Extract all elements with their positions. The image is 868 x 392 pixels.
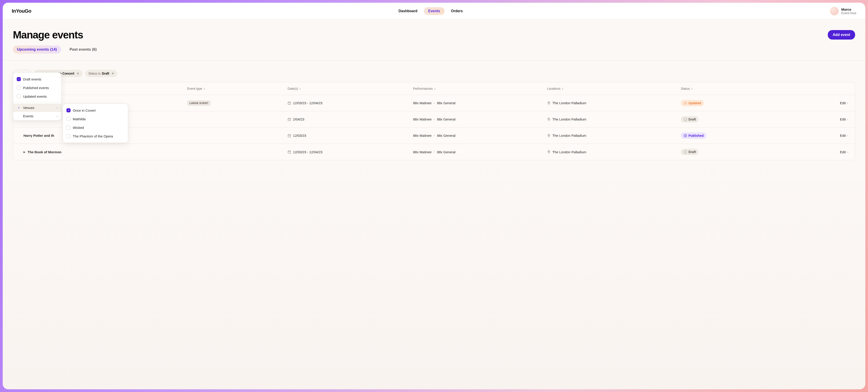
perf-a: 88x Matinee	[413, 117, 432, 121]
filter-chip-status[interactable]: Status is Draft ✕	[85, 70, 117, 77]
checkbox-checked-icon[interactable]: ✓	[17, 77, 21, 81]
events-table: Name▲▼ Event type▲▼ Date(s)▲▼ Performanc…	[13, 82, 855, 160]
status-badge: Draft	[681, 116, 699, 123]
col-perf[interactable]: Performances▲▼	[413, 87, 547, 90]
table-row[interactable]: ▶The Book of Mormon12/03/23 - 12/04/2388…	[13, 144, 855, 160]
option-label: Wicked	[73, 126, 84, 129]
col-label: Status	[681, 87, 690, 90]
svg-rect-12	[288, 134, 291, 137]
option-label: The Phantom of the Opera	[73, 134, 113, 138]
add-event-button[interactable]: Add event	[828, 30, 855, 39]
edit-button[interactable]: Edit›	[781, 117, 848, 121]
col-dates[interactable]: Date(s)▲▼	[287, 87, 413, 90]
chevron-right-icon: ›	[57, 114, 58, 118]
perf-a: 88x Matinee	[413, 133, 432, 138]
filter-row: Filter Event is Once in Concert ✕ Status…	[13, 70, 855, 77]
location-text: The London Palladium	[553, 101, 586, 105]
table-row[interactable]: ▶LARGE EVENT12/03/23 - 12/04/2388x Matin…	[13, 95, 855, 111]
tab-upcoming[interactable]: Upcoming events (14)	[13, 46, 61, 54]
col-type[interactable]: Event type▲▼	[187, 87, 287, 90]
chevron-right-icon: ›	[847, 101, 848, 105]
filter-option-published[interactable]: Published events	[13, 83, 61, 92]
expand-icon[interactable]: ▶	[24, 151, 25, 153]
date-text: 12/03/23 - 12/04/23	[293, 150, 322, 154]
cell-performances: 88x Matinee88x General	[413, 150, 547, 154]
cell-location: The London Palladium	[547, 133, 681, 138]
calendar-icon	[287, 134, 291, 138]
cell-type: LARGE EVENT	[187, 100, 287, 106]
cell-location: The London Palladium	[547, 117, 681, 121]
cell-dates: 12/03/23	[287, 133, 413, 138]
option-label: Mathilda	[73, 117, 86, 121]
user-role: Event host	[841, 11, 856, 15]
edit-button[interactable]: Edit›	[781, 133, 848, 138]
svg-point-4	[548, 102, 549, 103]
perf-a: 88x Matinee	[413, 150, 432, 154]
option-label: Published events	[23, 86, 49, 90]
svg-point-23	[684, 151, 687, 153]
table-row[interactable]: Harry Potter and th12/03/2388x Matinee88…	[13, 127, 855, 144]
svg-point-16	[548, 135, 549, 135]
brand-logo: InYouGo	[12, 8, 31, 14]
cell-name: ▶The Book of Mormon	[20, 150, 187, 154]
table-row[interactable]: 2/04/2388x Matinee88x GeneralThe London …	[13, 111, 855, 127]
cell-performances: 88x Matinee88x General	[413, 133, 547, 138]
event-name: Harry Potter and th	[24, 133, 54, 138]
checkbox-icon[interactable]	[66, 134, 70, 138]
status-text: Draft	[688, 150, 696, 154]
location-text: The London Palladium	[553, 117, 586, 121]
calendar-icon	[287, 118, 291, 121]
edit-button[interactable]: Edit›	[781, 101, 848, 105]
perf-b: 88x General	[437, 101, 456, 105]
cell-dates: 12/03/23 - 12/04/23	[287, 150, 413, 154]
col-label: Date(s)	[287, 87, 298, 90]
svg-point-11	[684, 118, 687, 121]
chevron-right-icon: ›	[57, 106, 58, 110]
sort-icon: ▲▼	[691, 88, 693, 90]
nav-events[interactable]: Events	[424, 7, 445, 15]
sub-option-phantom[interactable]: The Phantom of the Opera	[63, 132, 128, 141]
svg-rect-6	[288, 118, 291, 121]
col-status[interactable]: Status▲▼	[681, 87, 781, 90]
edit-label: Edit	[840, 150, 846, 154]
col-loc[interactable]: Locations▲▼	[547, 87, 681, 90]
close-icon[interactable]: ✕	[76, 72, 79, 75]
svg-rect-0	[288, 102, 291, 104]
checkbox-icon[interactable]	[66, 125, 70, 129]
nav-orders[interactable]: Orders	[446, 7, 467, 15]
view-tabs: Upcoming events (14) Past events (6)	[3, 46, 865, 61]
location-icon	[547, 101, 551, 105]
filter-submenu-events[interactable]: Events ›	[13, 112, 61, 120]
cell-status: Draft	[681, 116, 781, 123]
dot-separator	[434, 119, 435, 120]
checkbox-icon[interactable]	[17, 86, 21, 90]
filter-option-draft[interactable]: ✓ Draft events	[13, 75, 61, 83]
tab-past[interactable]: Past events (6)	[66, 46, 101, 54]
filter-option-updated[interactable]: Updated events	[13, 92, 61, 100]
perf-b: 88x General	[437, 133, 456, 138]
user-name: Marco	[841, 7, 856, 11]
checkbox-icon[interactable]	[17, 94, 21, 98]
location-text: The London Palladium	[553, 150, 586, 154]
checkbox-icon[interactable]	[66, 117, 70, 121]
chevron-right-icon: ›	[847, 118, 848, 121]
sub-option-once[interactable]: ✓ Once in Conert	[63, 106, 128, 115]
sub-option-wicked[interactable]: Wicked	[63, 123, 128, 132]
option-label: Once in Conert	[73, 109, 96, 112]
cell-dates: 12/03/23 - 12/04/23	[287, 101, 413, 105]
svg-point-22	[548, 151, 549, 152]
svg-point-10	[548, 118, 549, 119]
filter-submenu-venues[interactable]: ✓Venues ›	[13, 103, 61, 112]
dot-separator	[434, 135, 435, 136]
date-text: 2/04/23	[293, 117, 304, 121]
col-label: Performances	[413, 87, 433, 90]
cell-status: Updated	[681, 100, 781, 106]
checkbox-checked-icon[interactable]: ✓	[66, 108, 70, 112]
close-icon[interactable]: ✕	[112, 72, 114, 75]
edit-button[interactable]: Edit›	[781, 150, 848, 154]
nav-dashboard[interactable]: Dashboard	[394, 7, 422, 15]
content-area: Filter Event is Once in Concert ✕ Status…	[3, 61, 865, 160]
sub-option-mathilda[interactable]: Mathilda	[63, 115, 128, 123]
edit-label: Edit	[840, 133, 846, 138]
user-block[interactable]: Marco Event host	[830, 7, 856, 16]
